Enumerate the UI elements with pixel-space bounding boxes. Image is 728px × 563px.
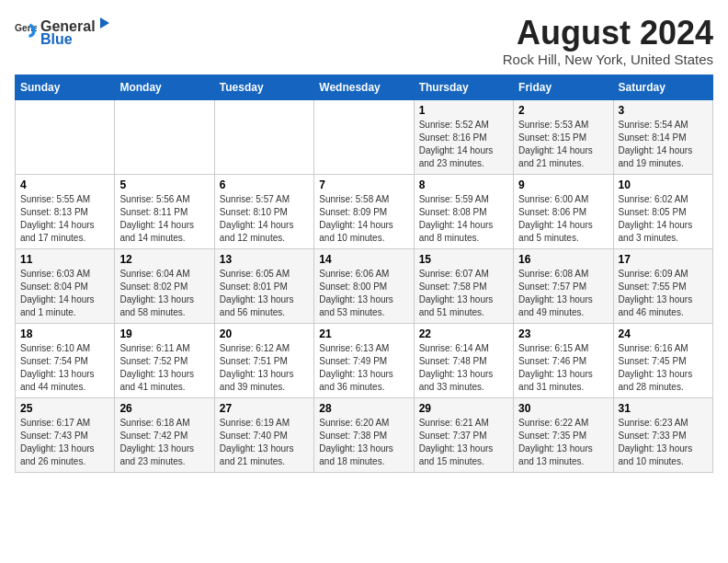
day-cell: 2Sunrise: 5:53 AM Sunset: 8:15 PM Daylig… xyxy=(514,99,613,174)
day-number: 3 xyxy=(619,104,708,117)
day-cell: 30Sunrise: 6:22 AM Sunset: 7:35 PM Dayli… xyxy=(514,397,613,472)
svg-marker-1 xyxy=(100,17,109,29)
day-number: 5 xyxy=(119,178,209,191)
day-number: 23 xyxy=(518,327,608,340)
week-row-1: 1Sunrise: 5:52 AM Sunset: 8:16 PM Daylig… xyxy=(16,99,713,174)
day-info: Sunrise: 5:55 AM Sunset: 8:13 PM Dayligh… xyxy=(20,193,109,245)
day-cell: 8Sunrise: 5:59 AM Sunset: 8:08 PM Daylig… xyxy=(414,174,513,248)
day-cell: 14Sunrise: 6:06 AM Sunset: 8:00 PM Dayli… xyxy=(314,248,414,323)
day-number: 2 xyxy=(518,104,608,117)
day-info: Sunrise: 5:58 AM Sunset: 8:09 PM Dayligh… xyxy=(319,193,408,245)
day-number: 16 xyxy=(518,253,608,266)
day-info: Sunrise: 6:13 AM Sunset: 7:49 PM Dayligh… xyxy=(319,342,408,394)
day-info: Sunrise: 6:12 AM Sunset: 7:51 PM Dayligh… xyxy=(220,342,309,394)
day-info: Sunrise: 6:18 AM Sunset: 7:42 PM Dayligh… xyxy=(119,417,209,468)
day-number: 25 xyxy=(20,402,109,415)
day-cell: 24Sunrise: 6:16 AM Sunset: 7:45 PM Dayli… xyxy=(613,323,712,397)
title-area: August 2024 Rock Hill, New York, United … xyxy=(503,15,713,67)
day-cell: 15Sunrise: 6:07 AM Sunset: 7:58 PM Dayli… xyxy=(414,248,513,323)
day-number: 9 xyxy=(518,178,608,191)
day-cell: 6Sunrise: 5:57 AM Sunset: 8:10 PM Daylig… xyxy=(214,174,313,248)
day-number: 12 xyxy=(119,253,209,266)
day-cell: 23Sunrise: 6:15 AM Sunset: 7:46 PM Dayli… xyxy=(514,323,613,397)
header-cell-sunday: Sunday xyxy=(16,75,115,99)
logo: General General Blue xyxy=(15,15,114,48)
logo-icon: General xyxy=(15,20,37,42)
day-info: Sunrise: 6:19 AM Sunset: 7:40 PM Dayligh… xyxy=(220,417,309,468)
day-number: 19 xyxy=(119,327,209,340)
day-number: 6 xyxy=(220,178,309,191)
week-row-3: 11Sunrise: 6:03 AM Sunset: 8:04 PM Dayli… xyxy=(16,248,713,323)
day-info: Sunrise: 6:09 AM Sunset: 7:55 PM Dayligh… xyxy=(619,268,708,319)
day-info: Sunrise: 5:53 AM Sunset: 8:15 PM Dayligh… xyxy=(518,119,608,170)
header-cell-thursday: Thursday xyxy=(414,75,513,99)
day-info: Sunrise: 6:20 AM Sunset: 7:38 PM Dayligh… xyxy=(319,417,408,468)
day-cell xyxy=(115,99,214,174)
day-number: 21 xyxy=(319,327,408,340)
day-cell: 16Sunrise: 6:08 AM Sunset: 7:57 PM Dayli… xyxy=(514,248,613,323)
day-cell: 21Sunrise: 6:13 AM Sunset: 7:49 PM Dayli… xyxy=(314,323,414,397)
week-row-2: 4Sunrise: 5:55 AM Sunset: 8:13 PM Daylig… xyxy=(16,174,713,248)
day-cell: 18Sunrise: 6:10 AM Sunset: 7:54 PM Dayli… xyxy=(16,323,115,397)
day-info: Sunrise: 6:03 AM Sunset: 8:04 PM Dayligh… xyxy=(20,268,109,319)
day-cell: 20Sunrise: 6:12 AM Sunset: 7:51 PM Dayli… xyxy=(214,323,313,397)
day-number: 24 xyxy=(619,327,708,340)
day-number: 7 xyxy=(319,178,408,191)
day-info: Sunrise: 6:05 AM Sunset: 8:01 PM Dayligh… xyxy=(220,268,309,319)
day-cell: 25Sunrise: 6:17 AM Sunset: 7:43 PM Dayli… xyxy=(16,397,115,472)
day-cell: 22Sunrise: 6:14 AM Sunset: 7:48 PM Dayli… xyxy=(414,323,513,397)
day-info: Sunrise: 6:04 AM Sunset: 8:02 PM Dayligh… xyxy=(119,268,209,319)
day-info: Sunrise: 6:00 AM Sunset: 8:06 PM Dayligh… xyxy=(518,193,608,245)
day-number: 26 xyxy=(119,402,209,415)
week-row-4: 18Sunrise: 6:10 AM Sunset: 7:54 PM Dayli… xyxy=(16,323,713,397)
day-cell: 28Sunrise: 6:20 AM Sunset: 7:38 PM Dayli… xyxy=(314,397,414,472)
day-info: Sunrise: 6:17 AM Sunset: 7:43 PM Dayligh… xyxy=(20,417,109,468)
day-number: 11 xyxy=(20,253,109,266)
day-info: Sunrise: 5:54 AM Sunset: 8:14 PM Dayligh… xyxy=(619,119,708,170)
header-cell-friday: Friday xyxy=(514,75,613,99)
header-row: SundayMondayTuesdayWednesdayThursdayFrid… xyxy=(16,75,713,99)
logo-text: General Blue xyxy=(40,15,114,48)
day-cell: 3Sunrise: 5:54 AM Sunset: 8:14 PM Daylig… xyxy=(613,99,712,174)
day-number: 15 xyxy=(419,253,508,266)
day-cell: 13Sunrise: 6:05 AM Sunset: 8:01 PM Dayli… xyxy=(214,248,313,323)
day-info: Sunrise: 6:02 AM Sunset: 8:05 PM Dayligh… xyxy=(619,193,708,245)
day-number: 8 xyxy=(419,178,508,191)
day-number: 28 xyxy=(319,402,408,415)
day-number: 30 xyxy=(518,402,608,415)
day-number: 14 xyxy=(319,253,408,266)
header: General General Blue August 2024 Rock Hi… xyxy=(15,15,713,67)
calendar-table: SundayMondayTuesdayWednesdayThursdayFrid… xyxy=(15,75,713,473)
day-info: Sunrise: 5:56 AM Sunset: 8:11 PM Dayligh… xyxy=(119,193,209,245)
header-cell-wednesday: Wednesday xyxy=(314,75,414,99)
header-cell-saturday: Saturday xyxy=(613,75,712,99)
day-info: Sunrise: 5:57 AM Sunset: 8:10 PM Dayligh… xyxy=(220,193,309,245)
day-cell: 9Sunrise: 6:00 AM Sunset: 8:06 PM Daylig… xyxy=(514,174,613,248)
day-number: 18 xyxy=(20,327,109,340)
calendar-subtitle: Rock Hill, New York, United States xyxy=(503,52,713,67)
day-number: 22 xyxy=(419,327,508,340)
day-number: 29 xyxy=(419,402,508,415)
day-cell: 29Sunrise: 6:21 AM Sunset: 7:37 PM Dayli… xyxy=(414,397,513,472)
day-cell: 4Sunrise: 5:55 AM Sunset: 8:13 PM Daylig… xyxy=(16,174,115,248)
day-info: Sunrise: 6:15 AM Sunset: 7:46 PM Dayligh… xyxy=(518,342,608,394)
day-cell: 5Sunrise: 5:56 AM Sunset: 8:11 PM Daylig… xyxy=(115,174,214,248)
day-cell: 7Sunrise: 5:58 AM Sunset: 8:09 PM Daylig… xyxy=(314,174,414,248)
day-number: 27 xyxy=(220,402,309,415)
day-info: Sunrise: 6:16 AM Sunset: 7:45 PM Dayligh… xyxy=(619,342,708,394)
day-info: Sunrise: 6:10 AM Sunset: 7:54 PM Dayligh… xyxy=(20,342,109,394)
logo-arrow-icon xyxy=(97,15,113,31)
header-cell-tuesday: Tuesday xyxy=(214,75,313,99)
day-info: Sunrise: 5:52 AM Sunset: 8:16 PM Dayligh… xyxy=(419,119,508,170)
day-cell: 19Sunrise: 6:11 AM Sunset: 7:52 PM Dayli… xyxy=(115,323,214,397)
day-cell: 12Sunrise: 6:04 AM Sunset: 8:02 PM Dayli… xyxy=(115,248,214,323)
day-cell: 11Sunrise: 6:03 AM Sunset: 8:04 PM Dayli… xyxy=(16,248,115,323)
day-info: Sunrise: 6:06 AM Sunset: 8:00 PM Dayligh… xyxy=(319,268,408,319)
day-number: 10 xyxy=(619,178,708,191)
day-number: 20 xyxy=(220,327,309,340)
day-cell: 26Sunrise: 6:18 AM Sunset: 7:42 PM Dayli… xyxy=(115,397,214,472)
day-info: Sunrise: 6:11 AM Sunset: 7:52 PM Dayligh… xyxy=(119,342,209,394)
day-cell xyxy=(314,99,414,174)
day-number: 17 xyxy=(619,253,708,266)
day-cell xyxy=(214,99,313,174)
